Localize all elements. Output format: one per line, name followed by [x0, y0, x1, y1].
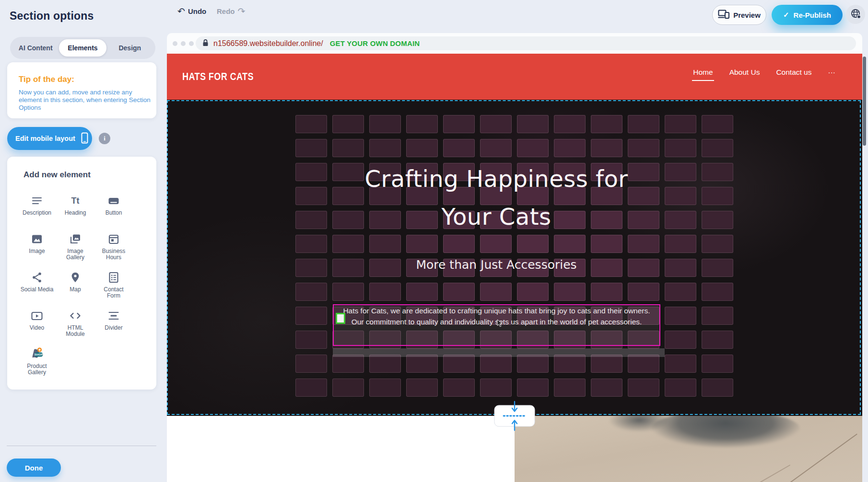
video-icon: [31, 308, 43, 323]
hero-grid-tile: [517, 379, 549, 397]
hero-grid-tile: [295, 379, 327, 397]
tile-grout-line: [719, 465, 790, 482]
map-icon: [69, 270, 82, 285]
hero-section[interactable]: Crafting Happiness for Your Cats More th…: [167, 100, 862, 416]
add-element-label: HTMLModule: [66, 325, 84, 337]
hero-grid-tile: [665, 355, 696, 373]
contact-form-icon: [107, 270, 120, 285]
hero-grid-tile: [517, 355, 549, 373]
hero-grid-tile: [480, 355, 512, 373]
html-module-icon: [69, 308, 82, 323]
add-element-label: Description: [23, 210, 51, 216]
tab-design[interactable]: Design: [106, 39, 153, 57]
page-scrollbar[interactable]: [863, 57, 866, 146]
add-new-element-panel: Add new element DescriptionTtHeadingButt…: [7, 157, 156, 390]
hero-grid-tile: [443, 379, 475, 397]
add-element-image[interactable]: Image: [18, 228, 56, 266]
preview-button[interactable]: Preview: [712, 5, 766, 25]
hero-grid-tile: [702, 283, 733, 301]
add-element-video[interactable]: Video: [18, 304, 56, 343]
social-media-icon: [31, 270, 43, 285]
globe-icon: [850, 8, 861, 21]
hero-grid-tile: [332, 355, 364, 373]
site-header: HATS FOR CATS Home About Us Contact us ·…: [167, 54, 862, 100]
browser-chrome: n1566589.websitebuilder.online/ GET YOUR…: [167, 33, 862, 54]
edit-mobile-layout-label: Edit mobile layout: [15, 135, 75, 142]
hero-grid-tile: [295, 283, 327, 301]
devices-icon: [718, 10, 729, 20]
heading-icon: Tt: [69, 193, 82, 208]
redo-label: Redo: [217, 7, 235, 15]
sidebar-divider: [7, 446, 156, 446]
republish-button[interactable]: ✓ Re-Publish: [772, 5, 843, 25]
tab-ai-content[interactable]: AI Content: [12, 39, 59, 57]
description-icon: [31, 193, 43, 208]
hero-grid-tile: [554, 379, 586, 397]
add-element-image-gallery[interactable]: ImageGallery: [56, 228, 94, 266]
hero-grid-tile: [702, 307, 733, 325]
add-element-html-module[interactable]: HTMLModule: [56, 304, 94, 343]
add-element-map[interactable]: Map: [56, 266, 94, 304]
add-element-divider[interactable]: Divider: [94, 304, 133, 343]
get-your-own-domain-link[interactable]: GET YOUR OWN DOMAIN: [330, 39, 420, 47]
nav-home[interactable]: Home: [693, 68, 713, 81]
add-element-label: ProductGallery: [27, 363, 47, 376]
divider-icon: [107, 308, 120, 323]
section-resize-handle[interactable]: [493, 401, 536, 433]
next-section-photo[interactable]: [515, 416, 862, 482]
add-element-label: Map: [70, 287, 81, 293]
hero-grid-tile: [702, 379, 733, 397]
image-icon: [31, 231, 43, 247]
hero-grid-tile: [295, 307, 327, 325]
undo-button[interactable]: ↶ Undo: [177, 7, 206, 16]
nav-more-icon[interactable]: ···: [828, 68, 836, 81]
add-element-product-gallery[interactable]: SHOPProductGallery: [18, 343, 56, 381]
add-element-contact-form[interactable]: ContactForm: [94, 266, 133, 304]
element-drag-handle[interactable]: [336, 313, 345, 324]
add-element-label: ImageGallery: [66, 248, 84, 261]
preview-label: Preview: [733, 11, 761, 19]
add-element-label: ContactForm: [104, 287, 123, 299]
add-element-heading[interactable]: TtHeading: [56, 189, 94, 228]
nav-about-us[interactable]: About Us: [729, 68, 760, 81]
add-element-description[interactable]: Description: [18, 189, 56, 228]
hero-grid-tile: [295, 355, 327, 373]
hero-content: Crafting Happiness for Your Cats More th…: [167, 100, 826, 272]
add-element-label: Video: [30, 325, 44, 331]
nav-contact-us[interactable]: Contact us: [776, 68, 811, 81]
add-element-business-hours[interactable]: BusinessHours: [94, 228, 133, 266]
next-section-blank[interactable]: [167, 416, 515, 482]
tip-of-the-day-card: Tip of the day: Now you can add, move an…: [7, 62, 156, 118]
republish-label: Re-Publish: [794, 11, 831, 19]
add-element-label: Heading: [65, 210, 86, 216]
hero-subheading[interactable]: More than Just Accessories: [167, 258, 826, 272]
hero-grid-tile: [591, 283, 622, 301]
hero-grid-tile: [665, 379, 696, 397]
redo-button[interactable]: Redo ↷: [217, 7, 245, 16]
hero-grid-tile: [554, 355, 586, 373]
site-preview: HATS FOR CATS Home About Us Contact us ·…: [167, 54, 862, 482]
site-logo[interactable]: HATS FOR CATS: [182, 70, 254, 83]
hero-grid-tile: [332, 283, 364, 301]
add-element-label: BusinessHours: [102, 248, 126, 261]
hero-heading[interactable]: Crafting Happiness for Your Cats: [167, 160, 826, 236]
hero-grid-tile: [628, 355, 659, 373]
element-ghost-bar: [333, 348, 665, 357]
phone-icon: [81, 132, 88, 145]
hero-grid-tile: [332, 379, 364, 397]
hero-grid-tile: [554, 283, 586, 301]
hero-grid-tile: [406, 379, 438, 397]
info-icon[interactable]: i: [99, 133, 110, 144]
add-element-button[interactable]: Button: [94, 189, 133, 228]
selected-text-element[interactable]: Hats for Cats, we are dedicated to craft…: [333, 304, 660, 346]
add-element-label: Social Media: [21, 287, 54, 293]
address-bar[interactable]: n1566589.websitebuilder.online/ GET YOUR…: [196, 36, 856, 50]
tab-elements[interactable]: Elements: [59, 39, 106, 57]
undo-label: Undo: [188, 7, 206, 15]
done-button[interactable]: Done: [7, 459, 61, 477]
language-globe-button[interactable]: [846, 5, 865, 24]
image-gallery-icon: [69, 231, 82, 247]
edit-mobile-layout-button[interactable]: Edit mobile layout: [7, 127, 92, 150]
add-element-social-media[interactable]: Social Media: [18, 266, 56, 304]
photo-shadow: [651, 416, 800, 448]
